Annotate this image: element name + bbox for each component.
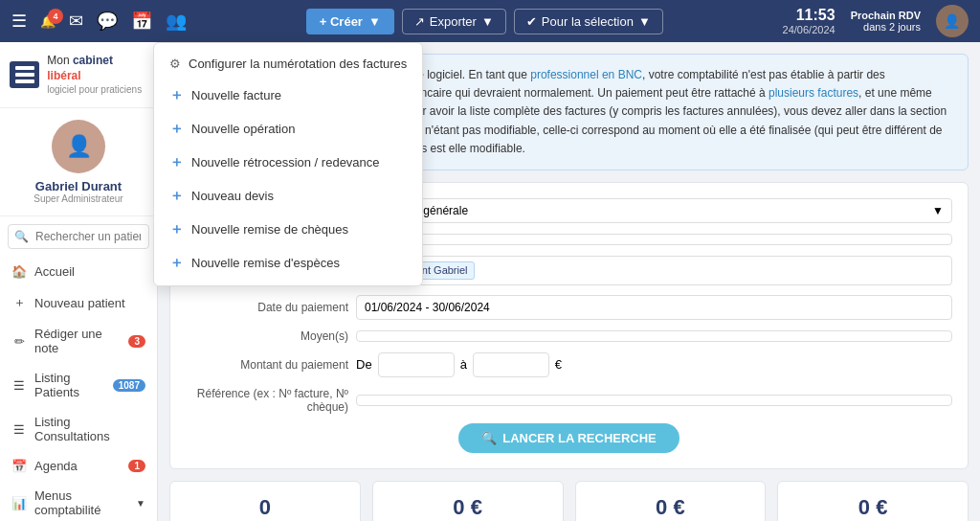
form-row-date: Date du paiement 01/06/2024 - 30/06/2024 [186,295,952,320]
stat-card-1: 0 € i TOTAL RECETTES [372,481,564,521]
chevron-down-icon: ▼ [136,498,145,509]
agenda-badge: 1 [128,460,145,472]
rdv-block: Prochain RDV dans 2 jours [851,10,921,33]
topbar-right: 11:53 24/06/2024 Prochain RDV dans 2 jou… [783,5,969,37]
montant-a-input[interactable] [473,352,549,377]
svg-rect-1 [15,73,34,77]
search-patient-input[interactable] [8,224,149,249]
calendar-icon[interactable]: 📅 [131,11,152,32]
type-select-wrapper[interactable]: Recherche générale ▼ [356,198,952,223]
exporter-button[interactable]: ↗ Exporter ▼ [402,9,506,34]
main-layout: Mon cabinet libéral logiciel pour pratic… [0,42,980,521]
sidebar-nav: 🏠 Accueil ＋ Nouveau patient ✏ Rédiger un… [0,257,157,521]
svg-rect-0 [15,66,34,70]
creer-dropdown: ⚙ Configurer la numérotation des facture… [153,42,423,286]
compta-menu-icon: 📊 [11,496,27,510]
sidebar-item-agenda[interactable]: 📅 Agenda 1 [0,451,157,481]
sidebar-item-menus-compta[interactable]: 📊 Menus comptabilité ▼ [0,481,157,521]
creer-label: + Créer [320,14,363,29]
logo-icon [10,61,39,88]
dropdown-item-6[interactable]: ＋ Nouvelle remise d'espèces [154,246,422,280]
search-button[interactable]: 🔍 LANCER LA RECHERCHE [458,423,679,453]
form-row-ref: Référence (ex : Nº facture, Nº chèque) [186,387,952,414]
plus-icon-6: ＋ [169,254,184,272]
sidebar-item-rediger[interactable]: ✏ Rédiger une note 3 [0,319,157,363]
exporter-chevron: ▼ [481,14,494,29]
plus-icon-4: ＋ [169,187,184,205]
sidebar-item-label: Agenda [34,459,78,473]
bell-badge[interactable]: 🔔4 [40,14,56,29]
plus-icon-1: ＋ [169,86,184,104]
user-avatar[interactable]: 👤 [936,5,969,37]
sidebar-item-listing-patients[interactable]: ☰ Listing Patients 1087 [0,363,157,407]
list2-icon: ☰ [11,422,27,437]
dropdown-item-4[interactable]: ＋ Nouveau devis [154,179,422,213]
sidebar-item-nouveau-patient[interactable]: ＋ Nouveau patient [0,286,157,319]
date-value: 01/06/2024 - 30/06/2024 [365,301,490,314]
profile-avatar: 👤 [52,120,105,173]
form-row-moyen: Moyen(s) [186,329,952,343]
sidebar-profile: 👤 Gabriel Durant Super Administrateur [0,108,157,216]
sidebar: Mon cabinet libéral logiciel pour pratic… [0,42,158,521]
praticien-tag-input[interactable]: ✕ 👤 Durant Gabriel [356,256,952,285]
moyen-label: Moyen(s) [186,329,348,343]
selection-button[interactable]: ✔ Pour la sélection ▼ [514,9,663,34]
sidebar-item-label: Listing Consultations [34,415,145,443]
sidebar-item-label: Listing Patients [34,371,105,399]
dropdown-item-0[interactable]: ⚙ Configurer la numérotation des facture… [154,49,422,79]
topbar-left: ☰ 🔔4 ✉ 💬 📅 👥 [11,11,187,32]
clock-time: 11:53 [783,7,835,24]
dropdown-item-1[interactable]: ＋ Nouvelle facture [154,79,422,112]
topbar-center: + Créer ▼ ↗ Exporter ▼ ✔ Pour la sélecti… [306,9,663,34]
email-icon[interactable]: ✉ [69,11,83,32]
rdv-label: Prochain RDV [851,10,921,21]
stats-row: 0 i ÉLÉMENT(S) 0 € i TOTAL RECETTES 0 € … [169,481,969,521]
stat-value-2: 0 € [590,495,752,520]
rdv-time: dans 2 jours [851,21,921,33]
dropdown-item-5[interactable]: ＋ Nouvelle remise de chèques [154,213,422,246]
plus-icon-3: ＋ [169,153,184,171]
date-input[interactable]: 01/06/2024 - 30/06/2024 [356,295,952,320]
dropdown-item-label-0: Configurer la numérotation des factures [189,57,407,71]
sidebar-item-label: Accueil [34,264,75,279]
stat-value-0: 0 [184,495,346,520]
dropdown-item-label-4: Nouveau devis [191,189,274,203]
profile-role: Super Administrateur [10,193,147,204]
exporter-label: Exporter [430,14,477,29]
gear-icon: ⚙ [169,57,181,71]
creer-button[interactable]: + Créer ▼ [306,9,394,34]
montant-de-input[interactable] [378,352,455,377]
dropdown-item-3[interactable]: ＋ Nouvelle rétrocession / redevance [154,146,422,179]
plus-icon: ＋ [11,294,27,311]
plus-icon-5: ＋ [169,220,184,238]
dropdown-item-label-6: Nouvelle remise d'espèces [191,256,340,270]
exporter-icon: ↗ [414,14,425,29]
menu-icon[interactable]: ☰ [11,11,27,32]
pencil-icon: ✏ [11,334,27,349]
sidebar-item-listing-consultations[interactable]: ☰ Listing Consultations [0,407,157,451]
stat-value-1: 0 € [387,495,549,520]
form-row-montant: Montant du paiement De à € [186,352,952,377]
creer-chevron: ▼ [368,14,381,29]
contacts-icon[interactable]: 👥 [166,11,187,32]
type-chevron: ▼ [932,204,944,217]
brand-cabinet: cabinet [73,54,113,67]
chat-icon[interactable]: 💬 [97,11,118,32]
sidebar-item-label: Menus comptabilité [34,488,128,517]
montant-a: à [460,357,467,372]
sidebar-item-accueil[interactable]: 🏠 Accueil [0,257,157,286]
dropdown-item-label-2: Nouvelle opération [191,122,295,136]
rediger-badge: 3 [128,335,145,348]
search-btn-wrapper: 🔍 LANCER LA RECHERCHE [186,423,952,453]
selection-label: Pour la sélection [542,14,634,29]
ref-input[interactable] [356,395,952,406]
list-icon: ☰ [11,378,27,393]
dropdown-item-2[interactable]: ＋ Nouvelle opération [154,112,422,146]
topbar: ☰ 🔔4 ✉ 💬 📅 👥 + Créer ▼ ↗ Exporter ▼ ✔ Po… [0,0,980,42]
svg-rect-2 [15,79,34,83]
montant-range: De à € [356,352,562,377]
stat-card-2: 0 € i TOTAL DÉPENSES [575,481,767,521]
dropdown-item-label-1: Nouvelle facture [191,88,281,102]
compta-input[interactable] [356,234,952,245]
moyen-input[interactable] [356,330,952,342]
